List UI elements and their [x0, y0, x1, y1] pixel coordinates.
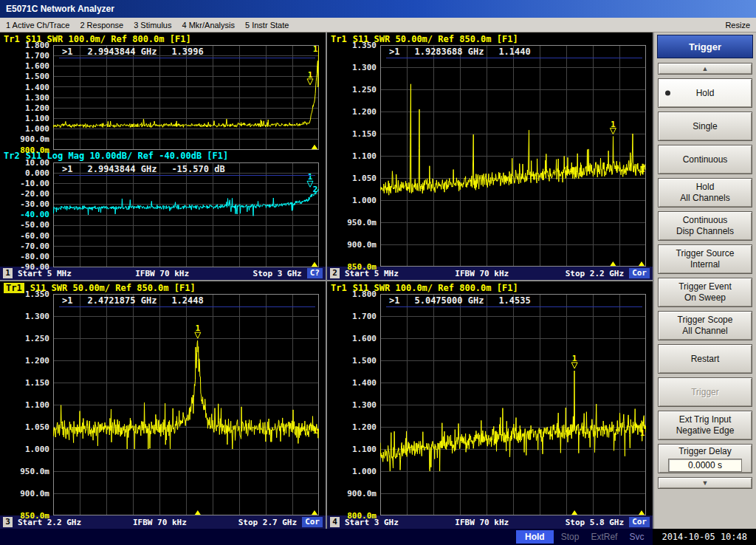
y-axis-tick: 900.0m: [20, 490, 49, 498]
y-axis-tick: 1.100: [25, 401, 49, 409]
menu-item[interactable]: 2 Response: [80, 21, 123, 30]
menu-item[interactable]: 4 Mkr/Analysis: [182, 21, 235, 30]
y-axis-tick: 1.000: [352, 196, 377, 205]
plot-canvas: 11: [53, 294, 319, 515]
y-axis-tick: 0.000: [25, 168, 49, 176]
softkey-continuous[interactable]: Continuous: [658, 145, 752, 174]
trace-label[interactable]: Tr1: [331, 283, 347, 293]
plot-area[interactable]: 11>15.0475000 GHz1.4535: [380, 294, 646, 515]
plot-area[interactable]: 11>11.9283688 GHz1.1440: [380, 45, 646, 267]
plot-canvas: 11: [380, 294, 646, 515]
y-axis-tick: 850.0m: [20, 512, 49, 520]
plot-area[interactable]: 12>12.9943844 GHz-15.570 dB: [53, 162, 319, 267]
plot-canvas: 11: [380, 45, 646, 267]
trigger-delay-value: 0.0000 s: [668, 459, 742, 472]
ifbw-display: IFBW 70 kHz: [86, 518, 233, 527]
plot-canvas: 11: [53, 45, 319, 150]
y-axis-tick: 800.0m: [20, 145, 49, 154]
y-axis-tick: -50.00: [20, 221, 49, 229]
channels-grid: Tr1S11 SWR 100.0m/ Ref 800.0m [F1]1.8001…: [0, 32, 653, 529]
ifbw-display: IFBW 70 kHz: [77, 269, 248, 278]
y-axis-tick: 800.0m: [347, 512, 377, 520]
y-axis: 1.3501.3001.2501.2001.1501.1001.0501.000…: [0, 294, 53, 515]
softkey-sidebar: Trigger ▲HoldSingleContinuousHoldAll Cha…: [653, 32, 756, 529]
channel-2[interactable]: Tr1S11 SWR 50.00m/ Ref 850.0m [F1]1.3501…: [327, 32, 653, 280]
softkey-restart[interactable]: Restart: [658, 344, 752, 374]
y-axis-tick: 1.600: [25, 62, 49, 70]
softkey-trigger-scope[interactable]: Trigger ScopeAll Channel: [658, 311, 752, 340]
sweep-stop: Stop 2.2 GHz: [566, 269, 624, 278]
softkey-trigger[interactable]: Trigger: [658, 377, 752, 407]
y-axis-tick: 1.100: [25, 114, 49, 123]
menu-item-resize[interactable]: Resize: [725, 21, 750, 30]
y-axis-tick: 1.400: [352, 379, 377, 387]
softkey-scroll-up[interactable]: ▲: [658, 63, 752, 75]
y-axis-tick: 1.000: [352, 467, 377, 476]
marker-triangle-icon: [610, 128, 616, 134]
softkey-ext-trig-input[interactable]: Ext Trig InputNegative Edge: [658, 411, 752, 440]
channel-4[interactable]: Tr1S11 SWR 100.0m/ Ref 800.0m [F1]1.8001…: [327, 281, 653, 529]
plot-canvas: 12: [53, 162, 319, 267]
correction-badge: Cor: [629, 517, 650, 527]
softkey-label: Continuous: [683, 215, 728, 226]
marker-number: 1: [611, 120, 616, 129]
trace-settings: S11 SWR 50.00m/ Ref 850.0m [F1]: [353, 34, 518, 44]
y-axis-tick: -10.00: [20, 179, 49, 187]
softkey-scroll-down[interactable]: ▼: [658, 477, 752, 489]
menu-item[interactable]: 5 Instr State: [245, 21, 289, 30]
trace-number-label: 1: [313, 426, 318, 436]
softkey-label: Trigger: [691, 387, 719, 398]
y-axis-tick: 1.000: [25, 125, 49, 133]
y-axis-tick: -90.00: [20, 263, 49, 271]
trace-number-label: 1: [640, 428, 645, 438]
y-axis-tick: -80.00: [20, 252, 49, 260]
softkey-trigger-delay[interactable]: Trigger Delay0.0000 s: [658, 444, 752, 473]
y-axis-tick: 1.700: [25, 52, 49, 60]
softkey-trigger-event[interactable]: Trigger EventOn Sweep: [658, 278, 752, 307]
channel-number-badge: 2: [330, 268, 340, 278]
trace-label[interactable]: Tr1: [331, 34, 347, 44]
marker-triangle-icon: [195, 332, 201, 338]
trace-label[interactable]: Tr1: [4, 34, 20, 44]
trace-panel: Tr1S11 SWR 50.00m/ Ref 850.0m [F1]1.3501…: [0, 281, 326, 515]
menu-bar: 1 Active Ch/Trace2 Response3 Stimulus4 M…: [0, 18, 756, 32]
window-title: E5071C Network Analyzer: [6, 4, 114, 14]
title-bar: E5071C Network Analyzer: [0, 0, 756, 18]
y-axis-tick: 10.00: [25, 158, 49, 166]
y-axis-tick: 1.350: [25, 290, 49, 298]
y-axis-tick: 1.050: [352, 174, 377, 182]
y-axis-tick: 1.300: [25, 312, 49, 321]
softkey-single[interactable]: Single: [658, 112, 752, 141]
y-axis-tick: 1.150: [25, 379, 49, 387]
ifbw-display: IFBW 70 kHz: [404, 269, 560, 278]
y-axis-tick: 1.300: [25, 93, 49, 101]
sweep-stop: Stop 5.8 GHz: [566, 518, 624, 527]
y-axis-tick: 1.500: [352, 357, 377, 365]
plot-area[interactable]: 11>12.4721875 GHz1.2448: [53, 294, 319, 515]
y-axis-tick: 1.200: [25, 103, 49, 112]
y-axis-tick: 1.250: [25, 335, 49, 343]
marker-position-icon: [639, 261, 645, 266]
marker-number: 1: [196, 323, 201, 333]
softkey-trigger-source[interactable]: Trigger SourceInternal: [658, 244, 752, 274]
trace-label[interactable]: Tr2: [4, 151, 20, 161]
channel-3[interactable]: Tr1S11 SWR 50.00m/ Ref 850.0m [F1]1.3501…: [0, 281, 326, 529]
y-axis-tick: 1.600: [352, 335, 377, 343]
channel-1[interactable]: Tr1S11 SWR 100.0m/ Ref 800.0m [F1]1.8001…: [0, 32, 326, 280]
menu-item[interactable]: 3 Stimulus: [134, 21, 171, 30]
softkey-hold[interactable]: Hold: [658, 78, 752, 108]
y-axis: 10.000.000-10.00-20.00-30.00-40.00-50.00…: [0, 162, 53, 267]
softkey-continuous-disp-channels[interactable]: ContinuousDisp Channels: [658, 211, 752, 241]
selected-bullet-icon: [665, 91, 670, 96]
y-axis: 1.8001.7001.6001.5001.4001.3001.2001.100…: [0, 45, 53, 150]
softkey-hold-all-channels[interactable]: HoldAll Channels: [658, 178, 752, 208]
marker-position-icon: [571, 510, 577, 515]
trace-label[interactable]: Tr1: [4, 283, 24, 293]
y-axis-tick: 1.100: [352, 445, 377, 453]
y-axis-tick: 950.0m: [347, 219, 377, 227]
trace-panel: Tr1S11 SWR 100.0m/ Ref 800.0m [F1]1.8001…: [0, 32, 326, 150]
plot-area[interactable]: 11>12.9943844 GHz1.3996: [53, 45, 319, 150]
menu-item[interactable]: 1 Active Ch/Trace: [6, 21, 69, 30]
y-axis-tick: 850.0m: [347, 263, 377, 271]
y-axis-tick: 1.300: [352, 401, 377, 409]
